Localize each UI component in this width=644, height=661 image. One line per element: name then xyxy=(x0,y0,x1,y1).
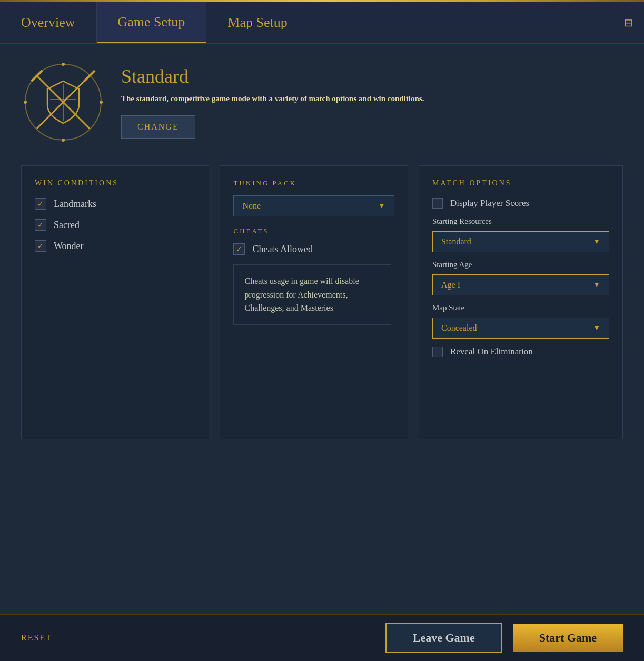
svg-point-7 xyxy=(62,63,65,66)
tuning-pack-selected: None xyxy=(242,201,261,211)
match-options-title: MATCH OPTIONS xyxy=(432,179,609,188)
display-player-scores-row[interactable]: Display Player Scores xyxy=(432,198,609,209)
settings-columns: WIN CONDITIONS ✓ Landmarks ✓ Sacred ✓ Wo… xyxy=(21,165,623,439)
map-state-arrow-icon: ▼ xyxy=(593,324,600,332)
game-mode-info: Standard The standard, competitive game … xyxy=(121,60,424,139)
wonder-label: Wonder xyxy=(54,241,84,252)
main-content: Standard The standard, competitive game … xyxy=(0,44,644,614)
reset-button[interactable]: RESET xyxy=(21,633,52,643)
sacred-label: Sacred xyxy=(54,220,80,231)
match-options-panel: MATCH OPTIONS Display Player Scores Star… xyxy=(419,165,623,439)
tuning-cheats-panel: TUNING PACK None ▼ CHEATS ✓ Cheats Allow… xyxy=(220,165,408,439)
win-condition-wonder[interactable]: ✓ Wonder xyxy=(35,240,195,252)
svg-point-10 xyxy=(100,101,103,104)
tuning-pack-arrow-icon: ▼ xyxy=(378,202,385,210)
start-game-button[interactable]: Start Game xyxy=(513,624,623,652)
game-mode-title: Standard xyxy=(121,65,424,87)
game-mode-icon xyxy=(21,60,105,144)
starting-resources-selected: Standard xyxy=(441,237,471,246)
map-state-dropdown[interactable]: Concealed ▼ xyxy=(432,318,609,339)
leave-game-button[interactable]: Leave Game xyxy=(385,623,502,653)
tabs-bar: Overview Game Setup Map Setup ⊟ xyxy=(0,2,644,44)
reveal-elimination-label: Reveal On Elimination xyxy=(450,347,533,357)
landmarks-checkbox[interactable]: ✓ xyxy=(35,198,46,210)
win-condition-landmarks[interactable]: ✓ Landmarks xyxy=(35,198,195,210)
wonder-checkbox[interactable]: ✓ xyxy=(35,240,46,252)
game-mode-section: Standard The standard, competitive game … xyxy=(21,60,623,144)
win-conditions-panel: WIN CONDITIONS ✓ Landmarks ✓ Sacred ✓ Wo… xyxy=(21,165,209,439)
starting-resources-label: Starting Resources xyxy=(432,217,609,226)
display-scores-checkbox[interactable] xyxy=(432,198,443,209)
cheats-allowed-label: Cheats Allowed xyxy=(252,244,313,255)
starting-age-dropdown[interactable]: Age I ▼ xyxy=(432,274,609,295)
sacred-checkbox[interactable]: ✓ xyxy=(35,219,46,231)
starting-age-selected: Age I xyxy=(441,280,460,290)
cheats-tooltip-text: Cheats usage in game will disable progre… xyxy=(244,277,359,312)
tab-map-setup[interactable]: Map Setup xyxy=(206,2,309,43)
tuning-pack-dropdown[interactable]: None ▼ xyxy=(233,195,394,216)
starting-resources-dropdown[interactable]: Standard ▼ xyxy=(432,231,609,252)
cheats-allowed-checkbox[interactable]: ✓ xyxy=(233,243,245,255)
change-button[interactable]: CHANGE xyxy=(121,115,195,139)
map-state-label: Map State xyxy=(432,303,609,312)
tuning-pack-title: TUNING PACK xyxy=(233,179,394,188)
starting-age-arrow-icon: ▼ xyxy=(593,281,600,289)
svg-point-8 xyxy=(62,139,65,142)
map-state-selected: Concealed xyxy=(441,323,477,333)
starting-resources-arrow-icon: ▼ xyxy=(593,238,600,246)
reveal-on-elimination-row[interactable]: Reveal On Elimination xyxy=(432,347,609,357)
reveal-elimination-checkbox[interactable] xyxy=(432,347,443,357)
tab-game-setup[interactable]: Game Setup xyxy=(97,2,207,43)
cheats-title: CHEATS xyxy=(233,227,394,235)
cheats-tooltip: Cheats usage in game will disable progre… xyxy=(233,264,391,325)
game-mode-description: The standard, competitive game mode with… xyxy=(121,93,424,105)
win-condition-sacred[interactable]: ✓ Sacred xyxy=(35,219,195,231)
display-scores-label: Display Player Scores xyxy=(450,198,529,209)
svg-point-9 xyxy=(24,101,27,104)
starting-age-label: Starting Age xyxy=(432,260,609,269)
win-conditions-title: WIN CONDITIONS xyxy=(35,179,195,188)
bottom-bar: RESET Leave Game Start Game xyxy=(0,614,644,661)
cheats-allowed-checkbox-row[interactable]: ✓ Cheats Allowed xyxy=(233,243,394,255)
landmarks-label: Landmarks xyxy=(54,199,96,210)
tab-overview[interactable]: Overview xyxy=(0,2,97,43)
minimize-button[interactable]: ⊟ xyxy=(612,2,644,43)
